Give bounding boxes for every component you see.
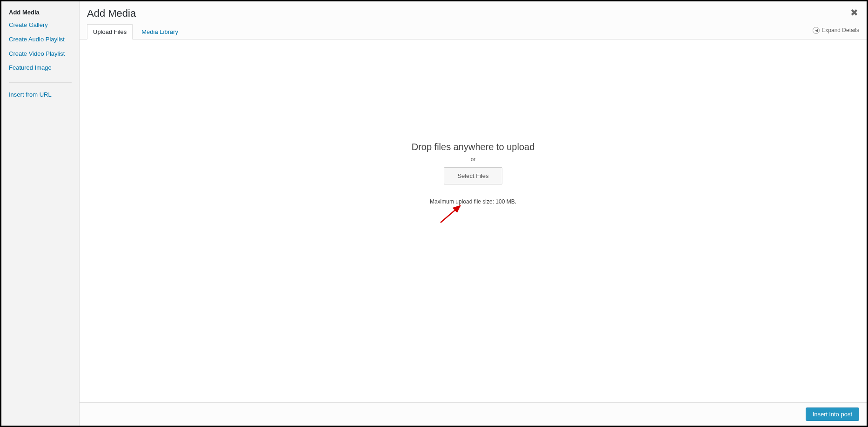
select-files-button[interactable]: Select Files	[444, 167, 502, 184]
sidebar-item-featured-image[interactable]: Featured Image	[9, 63, 72, 73]
tab-media-library[interactable]: Media Library	[135, 24, 184, 39]
sidebar-item-create-video-playlist[interactable]: Create Video Playlist	[9, 49, 72, 59]
tabs-row: Upload Files Media Library ◀ Expand Deta…	[80, 24, 867, 39]
tab-upload-files[interactable]: Upload Files	[87, 24, 133, 39]
expand-details-toggle[interactable]: ◀ Expand Details	[813, 27, 859, 34]
svg-line-1	[441, 206, 460, 223]
sidebar-title: Add Media	[9, 9, 72, 16]
close-icon: ✖	[850, 7, 858, 18]
drop-files-text: Drop files anywhere to upload	[412, 142, 535, 152]
insert-into-post-button[interactable]: Insert into post	[806, 407, 859, 421]
sidebar-divider	[9, 82, 72, 83]
expand-left-icon: ◀	[813, 27, 820, 34]
sidebar-item-create-audio-playlist[interactable]: Create Audio Playlist	[9, 35, 72, 45]
upload-content-area: Drop files anywhere to upload or Select …	[80, 39, 867, 402]
upload-box: Drop files anywhere to upload or Select …	[412, 142, 535, 205]
main-panel: Add Media ✖ Upload Files Media Library ◀…	[80, 1, 867, 426]
or-text: or	[412, 156, 535, 163]
sidebar-item-create-gallery[interactable]: Create Gallery	[9, 20, 72, 30]
expand-details-label: Expand Details	[821, 27, 859, 33]
modal-frame: Add Media Create Gallery Create Audio Pl…	[0, 0, 868, 427]
header: Add Media ✖	[80, 1, 867, 24]
sidebar-item-insert-from-url[interactable]: Insert from URL	[9, 90, 72, 100]
annotation-arrow-icon	[438, 202, 466, 225]
close-button[interactable]: ✖	[848, 6, 860, 19]
max-upload-size-text: Maximum upload file size: 100 MB.	[412, 198, 535, 205]
sidebar: Add Media Create Gallery Create Audio Pl…	[1, 1, 80, 426]
page-title: Add Media	[87, 7, 859, 20]
footer-toolbar: Insert into post	[80, 402, 867, 426]
